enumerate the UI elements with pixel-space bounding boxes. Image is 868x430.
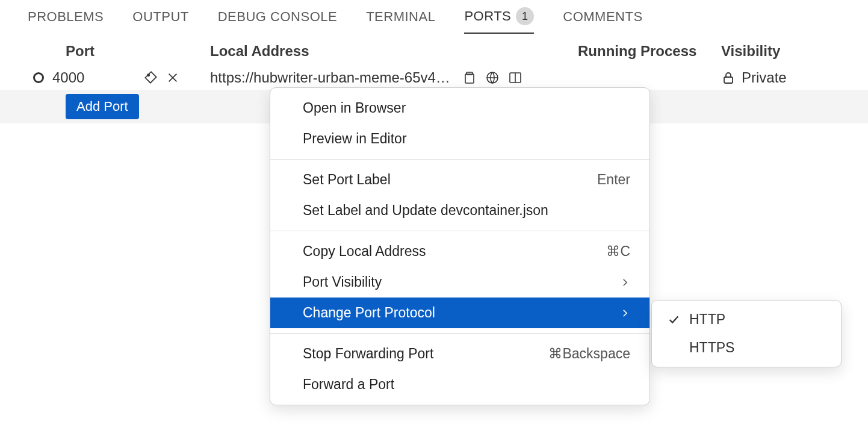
panel-tabs: PROBLEMS OUTPUT DEBUG CONSOLE TERMINAL P… — [0, 0, 868, 34]
menu-port-visibility[interactable]: Port Visibility — [270, 267, 649, 298]
port-row[interactable]: 4000 https://hubwriter-urban-meme-65v4… — [0, 66, 868, 90]
tab-problems[interactable]: PROBLEMS — [28, 9, 104, 32]
port-status-icon — [33, 72, 44, 83]
add-port-button[interactable]: Add Port — [66, 94, 139, 119]
menu-change-port-protocol[interactable]: Change Port Protocol — [270, 298, 649, 328]
port-context-menu: Open in Browser Preview in Editor Set Po… — [270, 87, 650, 405]
menu-preview-in-editor-label: Preview in Editor — [303, 131, 407, 147]
menu-copy-local-address[interactable]: Copy Local Address ⌘C — [270, 236, 649, 267]
ports-count-badge: 1 — [516, 7, 534, 25]
menu-set-label-devcontainer[interactable]: Set Label and Update devcontainer.json — [270, 195, 649, 226]
menu-set-port-label-label: Set Port Label — [303, 172, 391, 188]
tab-terminal[interactable]: TERMINAL — [366, 9, 435, 32]
tab-debug-console[interactable]: DEBUG CONSOLE — [218, 9, 337, 32]
chevron-right-icon — [619, 277, 630, 288]
protocol-submenu: HTTP HTTPS — [651, 300, 842, 367]
lock-icon — [721, 70, 736, 85]
menu-stop-forwarding-label: Stop Forwarding Port — [303, 346, 433, 362]
menu-change-port-protocol-label: Change Port Protocol — [303, 305, 435, 321]
check-icon — [665, 313, 682, 326]
visibility-value: Private — [742, 69, 787, 86]
menu-copy-local-address-shortcut: ⌘C — [606, 243, 630, 260]
column-visibility: Visibility — [709, 43, 829, 60]
submenu-http-label: HTTP — [689, 311, 725, 328]
menu-stop-forwarding[interactable]: Stop Forwarding Port ⌘Backspace — [270, 338, 649, 369]
local-address-cell: https://hubwriter-urban-meme-65v4… — [179, 69, 553, 86]
menu-stop-forwarding-shortcut: ⌘Backspace — [548, 346, 630, 362]
port-cell: 4000 — [0, 69, 179, 86]
tab-output[interactable]: OUTPUT — [132, 9, 188, 32]
column-port: Port — [0, 43, 179, 60]
menu-open-in-browser-label: Open in Browser — [303, 100, 406, 116]
tab-ports-label: PORTS — [464, 8, 511, 24]
ports-columns-header: Port Local Address Running Process Visib… — [0, 34, 868, 66]
globe-icon[interactable] — [485, 70, 500, 85]
split-editor-icon[interactable] — [508, 70, 522, 85]
column-running-process: Running Process — [553, 43, 709, 60]
chevron-right-icon — [619, 308, 630, 319]
tab-comments[interactable]: COMMENTS — [563, 9, 642, 32]
menu-port-visibility-label: Port Visibility — [303, 274, 382, 290]
tab-ports[interactable]: PORTS 1 — [464, 7, 534, 34]
menu-forward-a-port[interactable]: Forward a Port — [270, 369, 649, 400]
copy-icon[interactable] — [462, 70, 477, 85]
menu-forward-a-port-label: Forward a Port — [303, 376, 394, 393]
svg-rect-5 — [724, 77, 733, 83]
menu-copy-local-address-label: Copy Local Address — [303, 243, 426, 260]
submenu-http[interactable]: HTTP — [652, 305, 841, 334]
submenu-https-label: HTTPS — [689, 340, 734, 356]
close-icon[interactable] — [166, 71, 179, 84]
submenu-https[interactable]: HTTPS — [652, 334, 841, 362]
menu-set-port-label[interactable]: Set Port Label Enter — [270, 164, 649, 195]
local-address-value: https://hubwriter-urban-meme-65v4… — [210, 69, 450, 86]
port-number: 4000 — [52, 69, 135, 86]
label-icon[interactable] — [143, 70, 159, 86]
menu-preview-in-editor[interactable]: Preview in Editor — [270, 123, 649, 154]
menu-open-in-browser[interactable]: Open in Browser — [270, 93, 649, 123]
menu-set-port-label-shortcut: Enter — [597, 172, 630, 188]
column-local-address: Local Address — [179, 43, 553, 60]
svg-point-0 — [147, 74, 149, 76]
menu-set-label-devcontainer-label: Set Label and Update devcontainer.json — [303, 202, 548, 219]
svg-rect-2 — [465, 74, 474, 83]
visibility-cell: Private — [709, 69, 787, 86]
